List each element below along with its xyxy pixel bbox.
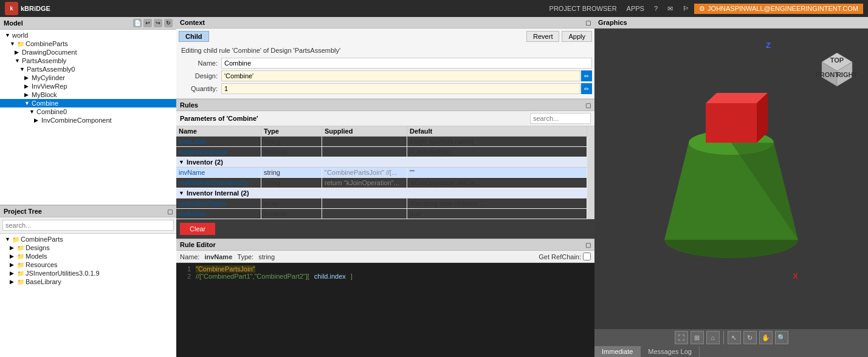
help-link[interactable]: ? bbox=[654, 5, 658, 12]
code-comment-2: //["CombinedPart1","CombinedPart2"][ bbox=[196, 273, 309, 280]
tree-item-partsassembly0[interactable]: ▼ PartsAssembly0 bbox=[0, 65, 176, 73]
quantity-input[interactable] bbox=[221, 83, 580, 94]
rules-toolbar: Parameters of 'Combine' bbox=[176, 111, 594, 126]
context-minimize[interactable]: ▢ bbox=[585, 19, 591, 26]
tree-item-drawing[interactable]: ▶ DrawingDocument bbox=[0, 48, 176, 56]
context-section: Context ▢ Child Editing child rule 'Comb… bbox=[176, 17, 594, 100]
svg-text:FRONT: FRONT bbox=[816, 71, 839, 78]
tree-arrow-combineparts[interactable]: ▼ bbox=[10, 41, 17, 47]
apply-button[interactable]: Apply bbox=[562, 31, 592, 42]
model-icon-2[interactable]: ↩ bbox=[143, 19, 152, 27]
gfx-orbit-btn[interactable]: ↻ bbox=[743, 331, 757, 344]
project-item-jsinventor[interactable]: ▶ 📁 JSInventorUtilities3.0.1.9 bbox=[0, 269, 176, 277]
project-item-baselibrary[interactable]: ▶ 📁 BaseLibrary bbox=[0, 277, 176, 286]
rules-section: Rules ▢ Parameters of 'Combine' Name Typ… bbox=[176, 100, 594, 239]
refchain-checkbox[interactable] bbox=[583, 253, 591, 260]
tree-arrow-myblock[interactable]: ▶ bbox=[24, 92, 32, 98]
tree-arrow-combine[interactable]: ▼ bbox=[24, 100, 32, 106]
name-input[interactable] bbox=[221, 58, 592, 69]
gfx-zoom-btn[interactable]: 🔍 bbox=[775, 331, 788, 344]
left-panels: Model 📄 ↩ ↪ ↻ ▼ world ▼ bbox=[0, 17, 176, 357]
tree-item-combine[interactable]: ▼ Combine bbox=[0, 99, 176, 107]
project-tree-search[interactable] bbox=[2, 220, 174, 231]
table-row-restrictinv[interactable]: restrictInvTypes array //Iterating over … bbox=[176, 199, 587, 209]
tree-arrow-combine0[interactable]: ▼ bbox=[29, 109, 36, 115]
tree-item-mycylinder[interactable]: ▶ MyCylinder bbox=[0, 73, 176, 82]
context-content: Child Editing child rule 'Combine' of De… bbox=[176, 29, 594, 99]
project-jsinventor-icon: 📁 bbox=[17, 270, 24, 277]
tree-arrow-partsassembly[interactable]: ▼ bbox=[15, 58, 22, 64]
model-icon-3[interactable]: ↪ bbox=[154, 19, 162, 27]
group-row-inventor-internal[interactable]: ▼ Inventor Internal (2) bbox=[176, 188, 587, 199]
model-icon-4[interactable]: ↻ bbox=[164, 19, 173, 27]
gfx-pan-btn[interactable]: ✋ bbox=[759, 331, 773, 344]
line-num-1: 1 bbox=[181, 265, 191, 273]
rules-search[interactable] bbox=[530, 113, 591, 124]
model-header-icons: 📄 ↩ ↪ ↻ bbox=[133, 19, 173, 27]
table-row[interactable]: treeLabel string this[R.symbols.name] bbox=[176, 137, 587, 147]
project-item-resources[interactable]: ▶ 📁 Resources bbox=[0, 260, 176, 269]
tree-arrow-drawing[interactable]: ▶ bbox=[15, 49, 22, 55]
mail-icon[interactable]: ✉ bbox=[667, 5, 673, 13]
rules-minimize[interactable]: ▢ bbox=[585, 102, 591, 109]
tree-arrow-invviewrep[interactable]: ▶ bbox=[24, 83, 32, 89]
model-tree: ▼ world ▼ 📁 CombineParts ▶ DrawingDocume… bbox=[0, 30, 176, 205]
code-line-2: 2 //["CombinedPart1","CombinedPart2"][ch… bbox=[181, 273, 590, 280]
tab-immediate[interactable]: Immediate bbox=[594, 346, 641, 357]
tree-arrow-partsassembly0[interactable]: ▼ bbox=[19, 66, 27, 72]
apps-link[interactable]: APPS bbox=[627, 5, 644, 12]
gfx-grid-btn[interactable]: ⊞ bbox=[691, 331, 704, 344]
code-editor[interactable]: 1 "CombinePartsJoin" 2 //["CombinedPart1… bbox=[176, 263, 594, 357]
table-row-invactive[interactable]: invActive boolean true bbox=[176, 209, 587, 219]
tab-messages-log[interactable]: Messages Log bbox=[641, 346, 700, 357]
model-icon-1[interactable]: 📄 bbox=[133, 19, 142, 27]
rule-editor-minimize[interactable]: ▢ bbox=[585, 242, 591, 248]
project-arrow-models[interactable]: ▶ bbox=[10, 253, 17, 259]
project-item-combineparts[interactable]: ▼ 📁 CombineParts bbox=[0, 235, 176, 243]
project-arrow-baselibrary[interactable]: ▶ bbox=[10, 279, 17, 285]
project-arrow-resources[interactable]: ▶ bbox=[10, 262, 17, 268]
revert-button[interactable]: Revert bbox=[526, 31, 559, 42]
project-arrow-combineparts[interactable]: ▼ bbox=[5, 236, 12, 242]
tree-item-invcombine[interactable]: ▶ InvCombineComponent bbox=[0, 116, 176, 124]
project-item-designs[interactable]: ▶ 📁 Designs bbox=[0, 243, 176, 252]
td-restrictinv-supplied bbox=[322, 199, 407, 208]
child-tab[interactable]: Child bbox=[179, 31, 209, 42]
view-cube[interactable]: TOP FRONT RIGHT bbox=[816, 47, 858, 89]
table-row-invbool[interactable]: invBooleanOperationTy... string return "… bbox=[176, 178, 587, 188]
tree-item-world[interactable]: ▼ world bbox=[0, 31, 176, 39]
tree-item-combine0[interactable]: ▼ Combine0 bbox=[0, 107, 176, 116]
table-row[interactable]: suppressUpdate boolean R.asleep(this) bbox=[176, 147, 587, 157]
logo-text: kBRiDGE bbox=[21, 5, 50, 12]
revert-apply-buttons: Revert Apply bbox=[526, 31, 592, 42]
gear-icon: ⚙ bbox=[699, 5, 705, 13]
user-menu[interactable]: ⚙ JOHNASPINWALL@ENGINEERINGINTENT.COM bbox=[694, 4, 863, 14]
tree-item-partsassembly[interactable]: ▼ PartsAssembly bbox=[0, 56, 176, 65]
tree-item-combineparts[interactable]: ▼ 📁 CombineParts bbox=[0, 39, 176, 48]
td-restrictinv: restrictInvTypes bbox=[176, 199, 261, 208]
gfx-select-btn[interactable]: ↖ bbox=[728, 331, 741, 344]
design-input[interactable] bbox=[221, 70, 580, 81]
rule-editor-toolbar: Name: invName Type: string Get RefChain: bbox=[176, 251, 594, 263]
project-arrow-designs[interactable]: ▶ bbox=[10, 245, 17, 251]
tree-arrow-mycylinder[interactable]: ▶ bbox=[24, 75, 32, 81]
table-row-invname[interactable]: invName string "CombinePartsJoin" //[...… bbox=[176, 168, 587, 178]
design-edit-btn[interactable]: ✏ bbox=[581, 70, 592, 81]
tree-arrow-world[interactable]: ▼ bbox=[5, 32, 12, 38]
tree-item-myblock[interactable]: ▶ MyBlock bbox=[0, 90, 176, 99]
gfx-fullscreen-btn[interactable]: ⛶ bbox=[675, 331, 688, 344]
project-tree-minimize[interactable]: ▢ bbox=[167, 208, 173, 215]
quantity-edit-btn[interactable]: ✏ bbox=[581, 83, 592, 94]
gfx-home-btn[interactable]: ⌂ bbox=[706, 331, 720, 344]
project-browser-link[interactable]: PROJECT BROWSER bbox=[549, 5, 617, 12]
project-section: Project Tree ▢ ▼ 📁 CombineParts ▶ 📁 bbox=[0, 205, 176, 357]
table-scrollbar[interactable] bbox=[587, 126, 594, 219]
rule-name-label: Name: bbox=[180, 253, 199, 260]
clear-button[interactable]: Clear bbox=[180, 223, 215, 235]
tree-arrow-invcombine[interactable]: ▶ bbox=[34, 117, 41, 123]
project-arrow-jsinventor[interactable]: ▶ bbox=[10, 270, 17, 276]
project-item-models[interactable]: ▶ 📁 Models bbox=[0, 252, 176, 260]
tree-item-invviewrep[interactable]: ▶ InvViewRep bbox=[0, 82, 176, 90]
graphics-title: Graphics bbox=[598, 19, 627, 26]
group-row-inventor[interactable]: ▼ Inventor (2) bbox=[176, 157, 587, 168]
